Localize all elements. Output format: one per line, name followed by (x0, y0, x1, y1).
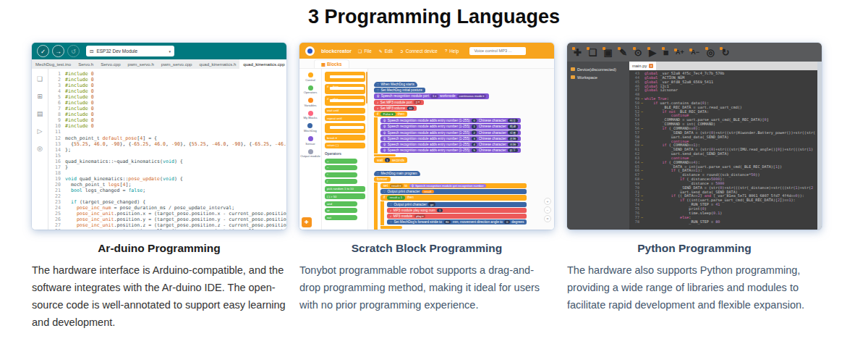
editor-tab[interactable]: MechDog_test.ino (32, 59, 75, 69)
value-chip[interactable]: 左转 (508, 137, 517, 140)
palette-block[interactable]: / (325, 179, 357, 184)
category-control[interactable]: Control (305, 72, 315, 82)
scratch-block[interactable]: ψSpeech recognition module adds entry nu… (380, 124, 521, 129)
scratch-block[interactable]: ψSpeech recognition module adds entry nu… (380, 148, 521, 153)
search-icon[interactable]: ◎ (707, 48, 715, 57)
scratch-block[interactable]: ∵MechDog main program (374, 171, 420, 176)
value-chip[interactable]: 1 (437, 209, 442, 212)
font-increase-icon[interactable]: A+ (676, 49, 684, 56)
palette-block[interactable]: return ( ) (325, 143, 365, 148)
boolean-chip[interactable]: result = 1 (387, 196, 405, 199)
editor-tab[interactable]: Servo.cpp (97, 59, 124, 69)
value-chip[interactable]: 1 (472, 125, 477, 128)
stop-icon[interactable]: ■ (663, 48, 669, 57)
palette-block[interactable] (325, 72, 365, 82)
zoom-out-button[interactable]: − (544, 206, 551, 214)
scratch-block[interactable]: ifFalse ▾then (374, 112, 407, 117)
pen-icon[interactable]: ✎ (619, 48, 627, 57)
open-folder-icon[interactable]: ❏ (588, 48, 597, 57)
scratch-block[interactable]: ∵Output print characterresult (380, 189, 527, 194)
scratch-block[interactable]: ♪MP3 moduleplay▾ (387, 214, 527, 219)
value-chip[interactable]: 站立 (508, 119, 517, 122)
dropdown-chip[interactable]: continuous mode▾ (457, 94, 486, 98)
loop-icon[interactable]: ↻ (721, 48, 729, 57)
palette-block[interactable]: ( ) > 50 (325, 193, 365, 199)
palette-block[interactable]: + (325, 159, 357, 164)
scratch-block[interactable]: ∵Output print charactergo (387, 202, 527, 207)
palette-block[interactable]: and (325, 201, 357, 206)
project-name-input[interactable]: Voice control MP3 ... (469, 47, 526, 55)
editor-tab[interactable]: quad_kinematics.h (196, 59, 240, 69)
scratch-block[interactable]: forever (374, 177, 391, 182)
boards-manager-icon[interactable]: ⊞ (37, 93, 43, 100)
download-icon[interactable]: ⊙ (634, 48, 642, 57)
scratch-block[interactable]: setresult▾toψSpeech recognition module g… (380, 183, 527, 188)
close-icon[interactable]: × (649, 64, 653, 68)
scratch-block[interactable]: ∵When MechDog starts (374, 82, 417, 87)
palette-block[interactable]: repeat until (325, 115, 365, 121)
dropdown-chip[interactable]: result▾ (390, 184, 403, 188)
palette-scrollbar[interactable] (366, 72, 368, 104)
category-mechdog[interactable]: MechDog (304, 123, 317, 133)
palette-block[interactable]: not (325, 215, 357, 220)
scripts-canvas[interactable]: ∵When MechDog starts∵Set MechDog initial… (368, 69, 554, 230)
palette-block[interactable]: * (325, 172, 357, 177)
value-chip[interactable]: 0 (472, 119, 477, 122)
value-chip[interactable]: 2 (472, 130, 477, 134)
arduino-code-area[interactable]: 1#include 02#include 03#include 04#inclu… (48, 69, 286, 230)
palette-block[interactable]: pick random 1 to 10 (325, 186, 365, 192)
font-decrease-icon[interactable]: A− (691, 49, 699, 56)
scratch-block[interactable]: ♪Set MP3 module port2▾ (374, 100, 424, 105)
reporter-block[interactable]: ψSpeech recognition module get recogniti… (409, 184, 486, 188)
dropdown-chip[interactable]: 2▾ (414, 100, 421, 104)
debug-button[interactable]: ↺ (67, 45, 80, 57)
value-chip[interactable]: 0 (504, 220, 509, 224)
scratch-block[interactable]: ψSpeech recognition module adds entry nu… (380, 118, 521, 123)
boolean-chip[interactable]: False ▾ (380, 112, 396, 116)
value-chip[interactable]: 1 (385, 158, 390, 161)
scratch-block[interactable]: wait1seconds (374, 157, 407, 162)
scratch-block[interactable]: ψSpeech recognition module adds entry nu… (380, 130, 521, 135)
editor-scrollbar[interactable] (817, 62, 822, 230)
editor-tab[interactable]: pwm_servo.cpp (158, 59, 196, 69)
scratch-block[interactable]: wait1seconds (380, 230, 527, 230)
palette-block[interactable]: wait until (325, 108, 365, 114)
tree-item[interactable]: Workspace (567, 73, 629, 81)
value-chip[interactable]: 右转 (508, 143, 517, 146)
editor-tab[interactable]: Servo.h (75, 59, 97, 69)
new-file-icon[interactable]: ✚ (574, 48, 582, 57)
tab-blocks[interactable]: ▦ Blocks (314, 59, 349, 68)
value-chip[interactable]: 4 (472, 143, 477, 146)
value-chip[interactable]: 前进 (508, 125, 517, 128)
category-sensor[interactable]: Sensor (305, 136, 315, 146)
scratch-block[interactable]: ∵Set MechDog's forward stride to80mm, mo… (387, 219, 527, 225)
zoom-in-button[interactable]: + (544, 198, 551, 205)
category-output-module[interactable]: Output module (300, 149, 320, 159)
variable-chip[interactable]: result (422, 190, 433, 193)
value-chip[interactable]: go (428, 202, 435, 206)
palette-block[interactable]: break ▾ (325, 135, 365, 140)
value-chip[interactable]: 5 (472, 148, 477, 152)
menu-help[interactable]: ?Help (445, 49, 459, 54)
save-icon[interactable]: ▣ (604, 48, 613, 57)
search-icon[interactable]: ◎ (37, 145, 43, 152)
scratch-block[interactable]: ψSpeech recognition module port1▾workmod… (374, 93, 489, 98)
python-code-area[interactable]: 43 global _var_52a8_4f5c_7ec4_7c7b_570b4… (629, 70, 817, 230)
editor-tab[interactable]: quad_kinematics.cpp (239, 59, 286, 69)
scratch-block[interactable]: ♪MP3 module play song num1 (387, 208, 527, 213)
tree-item[interactable]: Device(disconnected) (567, 65, 629, 73)
value-chip[interactable]: 60 (407, 106, 414, 110)
scratch-block[interactable]: ♪Set MP3 volume60 (374, 106, 417, 111)
dropdown-chip[interactable]: play▾ (414, 214, 425, 218)
category-operators[interactable]: Operators (304, 85, 318, 95)
dropdown-chip[interactable]: 1▾ (430, 94, 438, 98)
palette-block[interactable]: − (325, 165, 357, 170)
menu-connect-device[interactable]: ➲Connect device (400, 49, 438, 54)
scratch-block[interactable]: ∵Set MechDog initial posture (374, 88, 425, 93)
board-selector[interactable]: ⊡ ESP32 Dev Module ▾ (86, 46, 174, 56)
scratch-block[interactable]: ψSpeech recognition module adds entry nu… (380, 136, 521, 141)
debug-icon[interactable]: ▷ (38, 127, 43, 135)
sketchbook-icon[interactable]: ❏ (37, 75, 43, 83)
value-chip[interactable]: 趴下 (508, 148, 517, 152)
scratch-block[interactable]: ifresult = 1then (380, 195, 527, 200)
